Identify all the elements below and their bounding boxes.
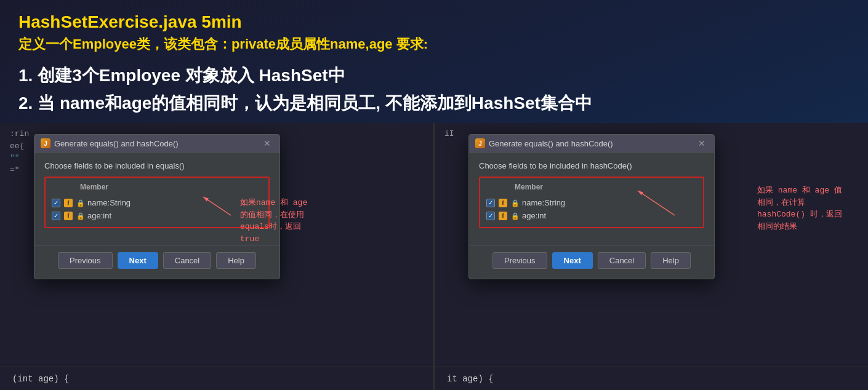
header-area: HashSetExercise.java 5min 定义一个Employee类，… bbox=[0, 0, 868, 124]
dialog-right-title: Generate equals() and hashCode() bbox=[489, 139, 613, 148]
table-row: f 🔒 age:int bbox=[52, 209, 262, 222]
dialog-left-section-label: Choose fields to be included in equals() bbox=[44, 161, 270, 170]
annotation-right: 如果 name 和 age 值 相同，在计算 hashCode() 时，返回 相… bbox=[757, 185, 862, 233]
dialog-left-icon: J bbox=[41, 138, 50, 148]
dialogs-area: :rin ee{ "" =" J Generate equals() and h… bbox=[0, 123, 868, 390]
table-row: f 🔒 age:int bbox=[486, 209, 697, 222]
dialog-left-fields-box: Member f 🔒 name:String f 🔒 age:int bbox=[44, 177, 270, 228]
body-line2: 2. 当 name和age的值相同时，认为是相同员工, 不能添加到HashSet… bbox=[18, 90, 850, 117]
field-icon-name-right: f bbox=[499, 199, 507, 207]
checkbox-name-left[interactable] bbox=[52, 199, 60, 207]
help-button-right[interactable]: Help bbox=[651, 252, 691, 269]
annotation-right-line2: 相同，在计算 bbox=[757, 197, 862, 209]
dialog-right: J Generate equals() and hashCode() ✕ Cho… bbox=[468, 134, 715, 279]
cancel-button-left[interactable]: Cancel bbox=[163, 252, 211, 269]
dialog-right-column-header: Member bbox=[486, 183, 697, 191]
code-strip-left-text: (int age) { bbox=[12, 374, 69, 384]
cancel-button-right[interactable]: Cancel bbox=[598, 252, 646, 269]
lock-icon-name-right: 🔒 bbox=[511, 199, 518, 207]
field-icon-age-left: f bbox=[64, 212, 73, 220]
dialog-right-fields-box: Member f 🔒 name:String f 🔒 age:int bbox=[479, 177, 704, 228]
body-text: 1. 创建3个Employee 对象放入 HashSet中 2. 当 name和… bbox=[18, 62, 850, 117]
dialog-left-close-button[interactable]: ✕ bbox=[261, 138, 273, 148]
titlebar-right-left: J Generate equals() and hashCode() bbox=[475, 138, 613, 148]
checkbox-age-left[interactable] bbox=[52, 212, 60, 220]
left-half: :rin ee{ "" =" J Generate equals() and h… bbox=[0, 123, 433, 390]
code-strip-right: it age) { bbox=[435, 367, 868, 390]
checkbox-age-right[interactable] bbox=[486, 212, 495, 220]
member-name-right-1: age:int bbox=[522, 211, 546, 220]
code-strip-right-text: it age) { bbox=[447, 374, 494, 384]
annotation-right-line3: hashCode() 时，返回 bbox=[757, 209, 862, 221]
dialog-left-column-header: Member bbox=[52, 183, 262, 191]
lock-icon-age-left: 🔒 bbox=[76, 212, 84, 220]
table-row: f 🔒 name:String bbox=[52, 196, 262, 209]
checkbox-name-right[interactable] bbox=[486, 199, 495, 207]
member-name-right-0: name:String bbox=[522, 198, 565, 207]
table-row: f 🔒 name:String bbox=[486, 196, 697, 209]
annotation-left: 如果name 和 age 的值相同，在使用 equals时，返回 true bbox=[240, 197, 351, 245]
annotation-left-line1: 如果name 和 age bbox=[240, 197, 351, 209]
dialog-left-titlebar: J Generate equals() and hashCode() ✕ bbox=[34, 135, 279, 153]
dialog-right-section-label: Choose fields to be included in hashCode… bbox=[479, 161, 704, 170]
previous-button-right[interactable]: Previous bbox=[492, 252, 547, 269]
lock-icon-age-right: 🔒 bbox=[511, 212, 518, 220]
body-line1: 1. 创建3个Employee 对象放入 HashSet中 bbox=[18, 62, 850, 90]
member-name-left-1: age:int bbox=[87, 211, 111, 220]
dialog-right-close-button[interactable]: ✕ bbox=[696, 138, 708, 148]
help-button-left[interactable]: Help bbox=[216, 252, 256, 269]
next-button-right[interactable]: Next bbox=[552, 252, 593, 269]
annotation-left-line3: equals时，返回 bbox=[240, 221, 351, 233]
field-icon-age-right: f bbox=[499, 212, 507, 220]
dialog-right-icon: J bbox=[475, 138, 485, 148]
titlebar-left: J Generate equals() and hashCode() bbox=[41, 138, 179, 148]
field-icon-name-left: f bbox=[64, 199, 73, 207]
subtitle: 定义一个Employee类，该类包含：private成员属性name,age 要… bbox=[18, 36, 850, 54]
file-title: HashSetExercise.java 5min bbox=[18, 11, 850, 33]
member-name-left-0: name:String bbox=[87, 198, 131, 207]
next-button-left[interactable]: Next bbox=[118, 252, 158, 269]
code-strip-left: (int age) { bbox=[0, 367, 433, 390]
previous-button-left[interactable]: Previous bbox=[58, 252, 113, 269]
right-half: iI J Generate equals() and hashCode() ✕ … bbox=[433, 123, 868, 390]
annotation-left-line2: 的值相同，在使用 bbox=[240, 209, 351, 221]
annotation-right-line1: 如果 name 和 age 值 bbox=[757, 185, 862, 197]
dialog-left-footer: Previous Next Cancel Help bbox=[34, 245, 279, 279]
dialog-left-title: Generate equals() and hashCode() bbox=[54, 139, 179, 148]
annotation-right-line4: 相同的结果 bbox=[757, 221, 862, 233]
dialog-right-body: Choose fields to be included in hashCode… bbox=[469, 153, 714, 245]
dialog-right-footer: Previous Next Cancel Help bbox=[469, 245, 714, 279]
lock-icon-name-left: 🔒 bbox=[76, 199, 84, 207]
dialog-right-titlebar: J Generate equals() and hashCode() ✕ bbox=[469, 135, 714, 153]
annotation-left-line4: true bbox=[240, 233, 351, 245]
